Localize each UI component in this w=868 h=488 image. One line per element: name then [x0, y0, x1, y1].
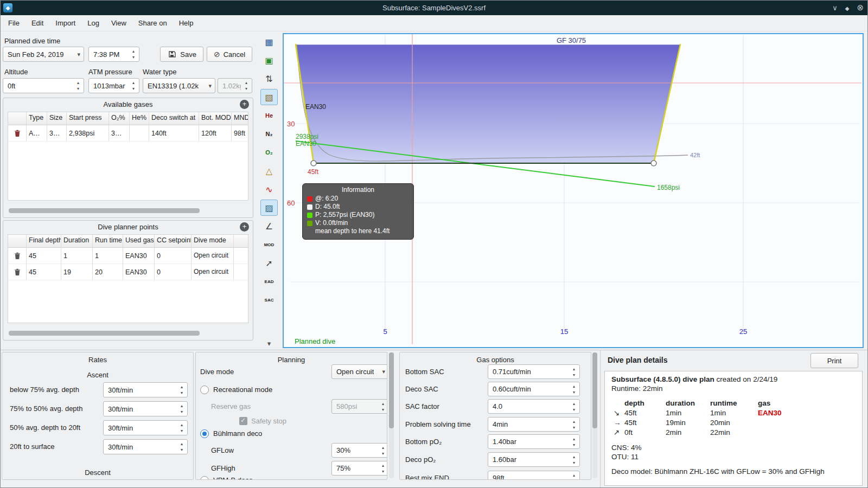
add-gas-button[interactable] — [240, 100, 249, 109]
sac-factor-spinbox[interactable]: 4.0 — [488, 399, 580, 414]
toolbar-button-dive-computer[interactable]: ▦ — [260, 34, 278, 50]
horizontal-scrollbar[interactable] — [9, 208, 247, 213]
spin-arrows-icon[interactable] — [130, 80, 137, 92]
spin-arrows-icon[interactable] — [178, 384, 185, 396]
save-button[interactable]: Save — [160, 47, 203, 62]
gas-bot-mod-cell[interactable]: 120ft — [199, 125, 232, 142]
menu-share-on[interactable]: Share on — [132, 16, 173, 30]
gas-start-press-cell[interactable]: 2,938psi — [67, 125, 109, 142]
deco-sac-spinbox[interactable]: 0.60cuft/min — [488, 382, 580, 396]
safety-stop-checkbox[interactable] — [239, 417, 247, 425]
toolbar-button-ead[interactable]: EAD — [260, 273, 278, 290]
point-depth-cell[interactable]: 45 — [27, 264, 61, 280]
column-header[interactable]: Dive mode — [192, 235, 234, 248]
toolbar-button-ndl[interactable]: ➚ — [260, 255, 278, 271]
delete-point-icon[interactable] — [14, 252, 21, 260]
bottom-sac-spinbox[interactable]: 0.71cuft/min — [488, 364, 580, 379]
spin-arrows-icon[interactable] — [178, 422, 185, 434]
point-duration-cell[interactable]: 19 — [61, 264, 93, 280]
spin-arrows-icon[interactable] — [571, 454, 577, 466]
gas-o2-cell[interactable]: 3… — [109, 125, 130, 142]
water-type-select[interactable]: EN13319 (1.02k — [143, 78, 215, 93]
spin-arrows-icon[interactable] — [571, 383, 577, 395]
maximize-icon[interactable] — [845, 4, 850, 12]
close-icon[interactable] — [857, 3, 864, 12]
column-header[interactable]: Duration — [61, 235, 93, 248]
dive-mode-select[interactable]: Open circuit — [331, 364, 387, 379]
column-header[interactable]: He% — [130, 112, 149, 125]
planner-point-row[interactable]: 45 19 20 EAN30 0 Open circuit — [8, 264, 248, 280]
toolbar-button-photo[interactable]: ▣ — [260, 52, 278, 68]
menu-view[interactable]: View — [105, 16, 132, 30]
point-depth-cell[interactable]: 45 — [27, 248, 61, 264]
spin-arrows-icon[interactable] — [571, 401, 577, 413]
toolbar-scroll-down-icon[interactable] — [257, 339, 281, 348]
column-header[interactable] — [8, 235, 27, 248]
ascent-rate-3-spinbox[interactable]: 30ft/min — [103, 420, 188, 435]
column-header[interactable]: Type — [27, 112, 47, 125]
information-tooltip[interactable]: Information @: 6:20 D: 45.0ft P: 2,557ps… — [302, 183, 414, 240]
gas-deco-switch-cell[interactable]: 140ft — [149, 125, 199, 142]
menu-import[interactable]: Import — [49, 16, 81, 30]
toolbar-button-heart-rate[interactable]: ∿ — [260, 181, 278, 197]
column-header[interactable]: Deco switch at — [149, 112, 199, 125]
toolbar-button-ceiling[interactable]: △ — [260, 163, 278, 179]
print-button[interactable]: Print — [810, 353, 858, 368]
spin-arrows-icon[interactable] — [178, 403, 185, 415]
gas-size-cell[interactable]: 3… — [47, 125, 67, 142]
column-header[interactable] — [8, 112, 27, 125]
bottom-po2-spinbox[interactable]: 1.40bar — [488, 434, 580, 449]
cancel-button[interactable]: Cancel — [207, 47, 252, 62]
problem-solving-time-spinbox[interactable]: 4min — [488, 417, 580, 432]
planner-point-handle[interactable] — [311, 160, 316, 166]
planner-point-row[interactable]: 45 1 1 EAN30 0 Open circuit — [8, 248, 248, 264]
toolbar-button-pp-he[interactable]: He — [260, 107, 278, 124]
column-header[interactable]: Used gas — [123, 235, 155, 248]
menu-edit[interactable]: Edit — [25, 16, 49, 30]
toolbar-button-profile-edit[interactable]: ▧ — [260, 89, 278, 105]
delete-point-icon[interactable] — [14, 268, 21, 276]
point-setpoint-cell[interactable]: 0 — [155, 248, 192, 264]
spin-arrows-icon[interactable] — [571, 472, 577, 480]
recreational-mode-radio[interactable] — [200, 386, 209, 394]
available-gases-table[interactable]: Type Size Start press O₂% He% Deco switc… — [8, 112, 248, 201]
point-setpoint-cell[interactable]: 0 — [155, 264, 192, 280]
point-duration-cell[interactable]: 1 — [61, 248, 93, 264]
gas-he-cell[interactable] — [130, 125, 149, 142]
gas-type-cell[interactable]: A… — [27, 125, 47, 142]
gflow-spinbox[interactable]: 30% — [331, 443, 387, 458]
column-header[interactable]: Run time — [93, 235, 123, 248]
ascent-rate-2-spinbox[interactable]: 30ft/min — [103, 401, 188, 416]
spin-arrows-icon[interactable] — [178, 441, 185, 453]
column-header[interactable]: Final depth — [27, 235, 61, 248]
menu-log[interactable]: Log — [81, 16, 105, 30]
deco-po2-spinbox[interactable]: 1.60bar — [488, 452, 580, 467]
point-gas-cell[interactable]: EAN30 — [123, 264, 155, 280]
gas-options-scrollbar[interactable] — [592, 352, 597, 478]
menu-help[interactable]: Help — [173, 16, 200, 30]
add-point-button[interactable] — [240, 222, 249, 232]
gfhigh-spinbox[interactable]: 75% — [331, 461, 387, 476]
dive-planner-points-table[interactable]: Final depth Duration Run time Used gas C… — [8, 234, 248, 323]
spin-arrows-icon[interactable] — [571, 436, 577, 448]
planning-scrollbar[interactable] — [389, 352, 394, 478]
column-header[interactable]: MND — [232, 112, 248, 125]
column-header[interactable]: Size — [47, 112, 67, 125]
point-mode-cell[interactable]: Open circuit — [192, 248, 234, 264]
column-header[interactable]: Start press — [67, 112, 109, 125]
spin-arrows-icon[interactable] — [380, 445, 386, 457]
toolbar-button-mod[interactable]: MOD — [260, 236, 278, 253]
toolbar-button-pp-n2[interactable]: N₂ — [260, 126, 278, 142]
spin-arrows-icon[interactable] — [571, 366, 577, 378]
column-header[interactable]: CC setpoint — [155, 235, 192, 248]
vpmb-deco-radio[interactable] — [200, 476, 209, 480]
point-mode-cell[interactable]: Open circuit — [192, 264, 234, 280]
planner-point-handle[interactable] — [651, 160, 656, 166]
toolbar-button-ruler[interactable]: ∠ — [260, 218, 278, 234]
dive-profile-chart[interactable]: GF 30/75 30 60 5 15 25 EAN30 2938psi EAN… — [283, 33, 864, 348]
spin-arrows-icon[interactable] — [75, 80, 81, 92]
column-header[interactable]: Bot. MOD — [199, 112, 232, 125]
toolbar-button-sac[interactable]: SAC — [260, 292, 278, 308]
gas-mnd-cell[interactable]: 98ft — [232, 125, 248, 142]
spin-arrows-icon[interactable] — [130, 48, 137, 60]
